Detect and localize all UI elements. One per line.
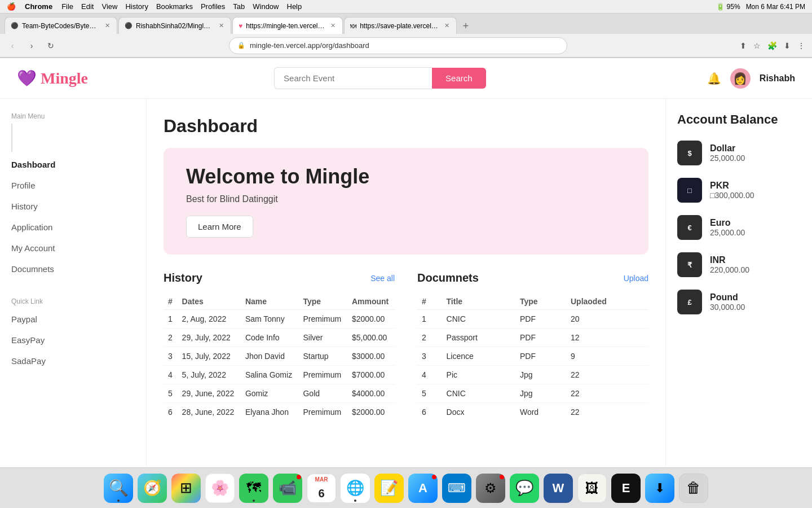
menu-tab[interactable]: Tab <box>233 2 245 11</box>
menu-window[interactable]: Window <box>253 2 279 11</box>
dock-vscode[interactable]: ⌨ <box>442 474 471 503</box>
tab-label-1: Team-ByteCodes/ByteCodes_... <box>22 22 99 30</box>
header-right: 🔔 👩 Rishabh <box>707 68 795 89</box>
history-col-type: Type <box>298 294 347 310</box>
menu-bookmarks[interactable]: Bookmarks <box>156 2 193 11</box>
docs-cell-title: Docx <box>442 403 515 422</box>
currency-item-dollar: $ Dollar 25,000.00 <box>677 141 801 165</box>
currency-info-inr: INR 220,000.00 <box>710 255 749 274</box>
dock-word[interactable]: W <box>544 474 573 503</box>
docs-cell-num: 6 <box>417 403 442 422</box>
main-content: Dashboard Welcome to Mingle Best for Bli… <box>147 99 665 508</box>
history-table-row: 4 5, July, 2022 Salina Gomiz Premimum $7… <box>164 366 395 384</box>
sidebar-item-easypay[interactable]: EasyPay <box>0 330 146 351</box>
browser-tab-2[interactable]: ⚫ RishabhSinha02/Mingle: A Blin... ✕ <box>118 17 231 34</box>
forward-button[interactable]: › <box>24 38 39 54</box>
tab-close-4[interactable]: ✕ <box>444 22 449 29</box>
dock-finder[interactable]: 🔍 <box>104 474 133 503</box>
dock-system-preferences[interactable]: ⚙ <box>476 474 505 503</box>
history-cell-date: 28, June, 2022 <box>178 403 241 422</box>
history-cell-name: Sam Tonny <box>241 310 299 329</box>
battery-icon: 🔋 95% <box>716 3 740 11</box>
menu-view[interactable]: View <box>102 2 117 11</box>
menu-help[interactable]: Help <box>287 2 302 11</box>
dock-epic-games[interactable]: E <box>611 474 641 503</box>
dock-facetime[interactable]: 📹 <box>273 474 302 503</box>
history-cell-amount: $2000.00 <box>347 310 395 329</box>
search-input[interactable] <box>274 67 432 89</box>
dock-appstore[interactable]: A <box>408 474 438 503</box>
address-text: mingle-ten.vercel.app/org/dashboard <box>250 41 369 50</box>
tab-label-3: https://mingle-ten.vercel.app/o... <box>246 22 325 30</box>
browser-tab-3[interactable]: ♥ https://mingle-ten.vercel.app/o... ✕ <box>232 17 343 34</box>
menu-edit[interactable]: Edit <box>81 2 94 11</box>
history-cell-type: Premimum <box>298 403 347 422</box>
tab-bar: ⚫ Team-ByteCodes/ByteCodes_... ✕ ⚫ Risha… <box>0 14 812 34</box>
history-see-all-link[interactable]: See all <box>370 274 395 283</box>
browser-tab-4[interactable]: 🍽 https://save-plate.vercel.app ✕ <box>344 17 457 34</box>
back-button[interactable]: ‹ <box>5 38 20 54</box>
sidebar-item-my-account[interactable]: My Account <box>0 238 146 259</box>
menubar-right: 🔋 95% Mon 6 Mar 6:41 PM <box>716 3 805 11</box>
share-button[interactable]: ⬆ <box>738 39 749 52</box>
currency-info-pound: Pound 30,000.00 <box>710 292 745 312</box>
documents-section: Documnets Upload # Title Type Uplaoded <box>417 271 648 421</box>
tab-close-3[interactable]: ✕ <box>330 22 336 29</box>
menu-history[interactable]: History <box>125 2 148 11</box>
notification-bell[interactable]: 🔔 <box>707 72 721 85</box>
bookmark-button[interactable]: ☆ <box>751 39 763 52</box>
menu-button[interactable]: ⋮ <box>795 39 807 52</box>
currency-name-pound: Pound <box>710 292 745 303</box>
tab-close-1[interactable]: ✕ <box>105 22 110 29</box>
currency-info-pkr: PKR □300,000.00 <box>710 181 754 200</box>
browser-tab-1[interactable]: ⚫ Team-ByteCodes/ByteCodes_... ✕ <box>5 17 117 34</box>
new-tab-button[interactable]: + <box>458 18 474 34</box>
dock-chrome[interactable]: 🌐 <box>341 474 370 503</box>
dock-safari[interactable]: 🧭 <box>138 474 167 503</box>
docs-cell-uploaded: 22 <box>566 366 648 384</box>
tab-close-2[interactable]: ✕ <box>219 22 224 29</box>
currency-amount-dollar: 25,000.00 <box>710 154 745 163</box>
apple-menu[interactable]: 🍎 <box>7 2 16 11</box>
username-label: Rishabh <box>760 73 795 84</box>
menu-file[interactable]: File <box>61 2 73 11</box>
sidebar-item-history[interactable]: History <box>0 196 146 217</box>
sidebar-item-profile[interactable]: Profile <box>0 175 146 196</box>
dock-notes[interactable]: 📝 <box>374 474 404 503</box>
sidebar-item-sadapay[interactable]: SadaPay <box>0 351 146 371</box>
dock-downloads[interactable]: ⬇ <box>645 474 674 503</box>
search-button[interactable]: Search <box>432 68 486 89</box>
history-cell-name: Gomiz <box>241 384 299 403</box>
sidebar-item-application[interactable]: Application <box>0 217 146 238</box>
docs-table-row: 2 Passport PDF 12 <box>417 329 648 347</box>
documents-upload-link[interactable]: Upload <box>624 274 648 283</box>
dock-whatsapp[interactable]: 💬 <box>510 474 539 503</box>
sidebar-item-dashboard[interactable]: Dashboard <box>0 154 146 175</box>
dock-trash[interactable]: 🗑 <box>679 474 708 503</box>
currency-info-dollar: Dollar 25,000.00 <box>710 143 745 163</box>
download-button[interactable]: ⬇ <box>782 39 793 52</box>
welcome-subtitle: Best for Blind Datinggit <box>186 194 626 204</box>
dock-launchpad[interactable]: ⊞ <box>171 474 201 503</box>
address-bar[interactable]: 🔒 mingle-ten.vercel.app/org/dashboard <box>229 37 567 54</box>
history-table-row: 3 15, July, 2022 Jhon David Startup $300… <box>164 347 395 366</box>
learn-more-button[interactable]: Learn More <box>186 216 253 238</box>
docs-col-title: Title <box>442 294 515 310</box>
dock-preview[interactable]: 🖼 <box>577 474 607 503</box>
docs-col-num: # <box>417 294 442 310</box>
nav-bar: ‹ › ↻ 🔒 mingle-ten.vercel.app/org/dashbo… <box>0 34 812 58</box>
docs-col-type: Type <box>515 294 566 310</box>
history-cell-type: Premimum <box>298 310 347 329</box>
docs-cell-num: 3 <box>417 347 442 366</box>
sidebar-item-documnets[interactable]: Documnets <box>0 259 146 279</box>
reload-button[interactable]: ↻ <box>43 38 59 54</box>
tab-favicon-2: ⚫ <box>125 22 133 29</box>
menu-profiles[interactable]: Profiles <box>201 2 225 11</box>
dock-maps[interactable]: 🗺 <box>239 474 268 503</box>
documents-title: Documnets <box>417 271 479 284</box>
dock-photos[interactable]: 🌸 <box>205 474 235 503</box>
dock-calendar[interactable]: MAR 6 <box>307 474 336 503</box>
extensions-button[interactable]: 🧩 <box>765 39 779 52</box>
sidebar-item-paypal[interactable]: Paypal <box>0 309 146 330</box>
docs-cell-num: 2 <box>417 329 442 347</box>
